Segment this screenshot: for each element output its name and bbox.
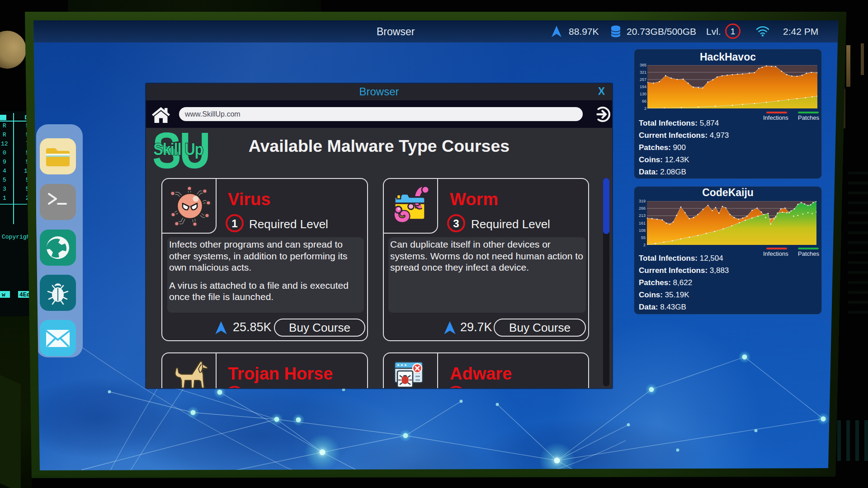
svg-text:2: 2 <box>643 243 646 246</box>
svg-text:161: 161 <box>639 221 646 225</box>
svg-text:4: 4 <box>3 168 6 174</box>
svg-text:w: w <box>2 291 5 298</box>
svg-text:9: 9 <box>3 159 6 165</box>
svg-text:Copyrigh: Copyrigh <box>2 234 30 240</box>
svg-text:0: 0 <box>3 150 6 156</box>
svg-text:55: 55 <box>641 235 646 240</box>
svg-text:R: R <box>3 131 6 138</box>
svg-text:194: 194 <box>640 84 646 89</box>
svg-text:257: 257 <box>640 77 646 82</box>
svg-text:213: 213 <box>639 213 646 218</box>
svg-text:5: 5 <box>3 177 6 183</box>
svg-text:385: 385 <box>640 64 646 67</box>
svg-text:12: 12 <box>1 141 8 147</box>
svg-text:321: 321 <box>640 70 646 75</box>
svg-text:108: 108 <box>639 228 646 233</box>
svg-text:2: 2 <box>644 106 646 110</box>
svg-text:130: 130 <box>640 92 646 96</box>
svg-text:R: R <box>3 122 6 129</box>
svg-text:266: 266 <box>639 206 646 211</box>
svg-text:3: 3 <box>3 186 6 192</box>
svg-text:66: 66 <box>642 99 646 103</box>
svg-text:319: 319 <box>639 200 646 203</box>
svg-text:1: 1 <box>3 195 6 202</box>
